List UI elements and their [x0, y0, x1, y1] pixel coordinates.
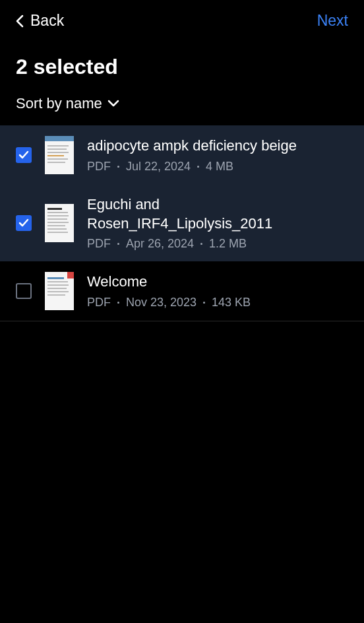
- file-size: 4 MB: [206, 160, 233, 174]
- file-size: 143 KB: [212, 296, 251, 310]
- file-date: Nov 23, 2023: [126, 296, 197, 310]
- file-list: adipocyte ampk deficiency beige PDF Jul …: [0, 125, 364, 321]
- checkbox-checked[interactable]: [16, 147, 32, 163]
- file-meta: PDF Jul 22, 2024 4 MB: [87, 160, 348, 174]
- file-info: adipocyte ampk deficiency beige PDF Jul …: [87, 137, 348, 174]
- dot-separator: [197, 166, 199, 168]
- file-date: Jul 22, 2024: [126, 160, 191, 174]
- check-icon: [18, 150, 29, 160]
- file-item[interactable]: Eguchi and Rosen_IRF4_Lipolysis_2011 PDF…: [0, 185, 364, 261]
- check-icon: [18, 218, 29, 228]
- file-type: PDF: [87, 296, 111, 310]
- file-name: adipocyte ampk deficiency beige: [87, 137, 348, 156]
- file-type: PDF: [87, 237, 111, 251]
- file-name: Welcome: [87, 273, 348, 292]
- back-button[interactable]: Back: [16, 12, 64, 30]
- checkbox-unchecked[interactable]: [16, 283, 32, 299]
- checkbox-checked[interactable]: [16, 215, 32, 231]
- sort-label: Sort by name: [16, 95, 102, 112]
- next-button[interactable]: Next: [317, 12, 348, 30]
- chevron-left-icon: [16, 15, 24, 28]
- file-thumbnail: [45, 136, 74, 174]
- dot-separator: [117, 302, 119, 304]
- sort-button[interactable]: Sort by name: [0, 90, 364, 125]
- dot-separator: [203, 302, 205, 304]
- dot-separator: [200, 243, 202, 245]
- file-item[interactable]: Welcome PDF Nov 23, 2023 143 KB: [0, 261, 364, 321]
- file-meta: PDF Apr 26, 2024 1.2 MB: [87, 237, 348, 251]
- dot-separator: [117, 166, 119, 168]
- file-thumbnail: [45, 204, 74, 242]
- file-size: 1.2 MB: [209, 237, 247, 251]
- file-thumbnail: [45, 272, 74, 310]
- file-date: Apr 26, 2024: [126, 237, 194, 251]
- file-info: Eguchi and Rosen_IRF4_Lipolysis_2011 PDF…: [87, 195, 348, 251]
- file-name: Eguchi and Rosen_IRF4_Lipolysis_2011: [87, 195, 348, 233]
- back-label: Back: [30, 12, 64, 30]
- file-meta: PDF Nov 23, 2023 143 KB: [87, 296, 348, 310]
- header: Back Next: [0, 0, 364, 42]
- chevron-down-icon: [107, 100, 119, 108]
- file-type: PDF: [87, 160, 111, 174]
- file-item[interactable]: adipocyte ampk deficiency beige PDF Jul …: [0, 125, 364, 185]
- file-info: Welcome PDF Nov 23, 2023 143 KB: [87, 273, 348, 310]
- dot-separator: [117, 243, 119, 245]
- page-title: 2 selected: [0, 42, 364, 90]
